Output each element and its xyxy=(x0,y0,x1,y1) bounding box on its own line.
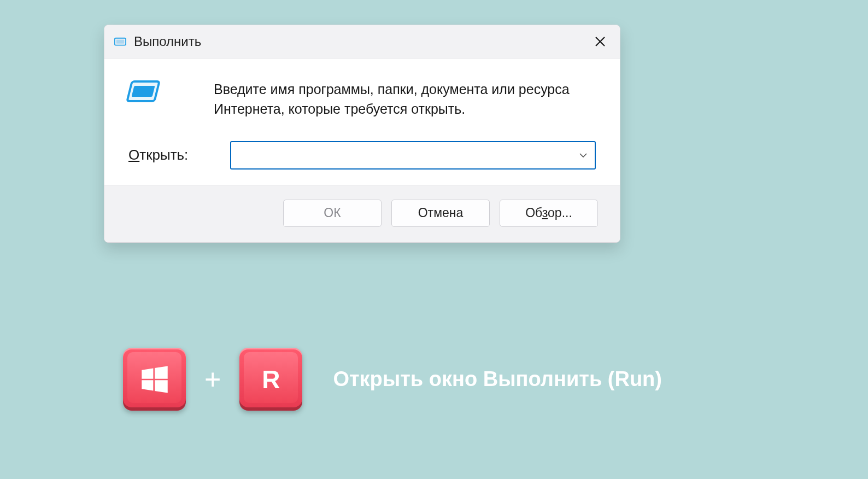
close-icon xyxy=(595,36,606,47)
r-key: R xyxy=(239,348,302,411)
dialog-description: Введите имя программы, папки, документа … xyxy=(214,78,596,119)
open-input[interactable] xyxy=(230,141,596,170)
svg-marker-7 xyxy=(155,366,168,378)
windows-key xyxy=(123,348,186,411)
dialog-body: Введите имя программы, папки, документа … xyxy=(104,59,620,185)
shortcut-hint: + R Открыть окно Выполнить (Run) xyxy=(123,348,662,411)
dialog-footer: ОК Отмена Обзор... xyxy=(104,185,620,242)
open-label: Открыть: xyxy=(128,147,230,163)
svg-marker-8 xyxy=(142,380,153,390)
titlebar: Выполнить xyxy=(104,25,620,59)
plus-separator: + xyxy=(204,363,221,396)
svg-marker-6 xyxy=(142,368,153,378)
run-icon xyxy=(125,78,160,107)
open-combobox[interactable] xyxy=(230,141,596,170)
windows-logo-icon xyxy=(139,364,171,395)
r-key-label: R xyxy=(262,365,280,394)
browse-button[interactable]: Обзор... xyxy=(500,200,598,227)
svg-rect-5 xyxy=(132,86,155,97)
cancel-button[interactable]: Отмена xyxy=(391,200,490,227)
close-button[interactable] xyxy=(591,33,609,50)
run-dialog: Выполнить Введите имя программы, папки, … xyxy=(104,25,620,243)
dialog-title: Выполнить xyxy=(134,34,591,49)
ok-button[interactable]: ОК xyxy=(283,200,382,227)
svg-marker-9 xyxy=(155,380,168,393)
run-icon-small xyxy=(114,37,126,46)
svg-rect-1 xyxy=(116,40,125,44)
shortcut-caption: Открыть окно Выполнить (Run) xyxy=(333,367,662,391)
